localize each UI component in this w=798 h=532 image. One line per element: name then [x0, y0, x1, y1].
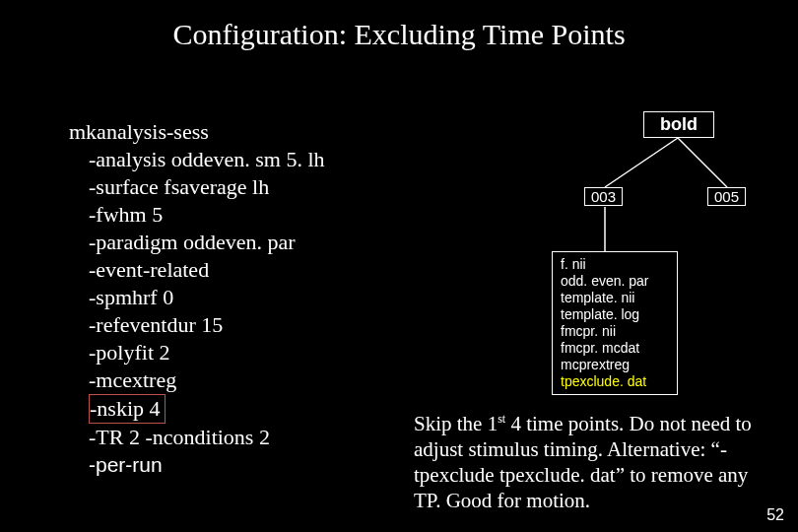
folder-003: 003: [584, 187, 623, 206]
folder-005: 005: [707, 187, 746, 206]
body-sup: st: [498, 412, 505, 426]
folder-bold: bold: [643, 111, 714, 138]
file-item: fmcpr. mcdat: [561, 340, 649, 357]
file-item: odd. even. par: [561, 273, 649, 290]
file-list-box: f. nii odd. even. par template. nii temp…: [552, 251, 678, 395]
body-pre: Skip the 1: [414, 412, 498, 435]
slide-number: 52: [766, 506, 784, 524]
file-item-tpexclude: tpexclude. dat: [561, 373, 649, 390]
slide: Configuration: Excluding Time Points mka…: [0, 0, 798, 532]
svg-line-1: [678, 138, 727, 187]
explanation-text: Skip the 1st 4 time points. Do not need …: [414, 406, 778, 513]
svg-line-0: [605, 138, 678, 187]
file-item: mcprextreg: [561, 357, 649, 373]
file-item: template. nii: [561, 290, 649, 306]
file-item: f. nii: [561, 256, 649, 273]
file-item: template. log: [561, 306, 649, 323]
file-item: fmcpr. nii: [561, 323, 649, 340]
